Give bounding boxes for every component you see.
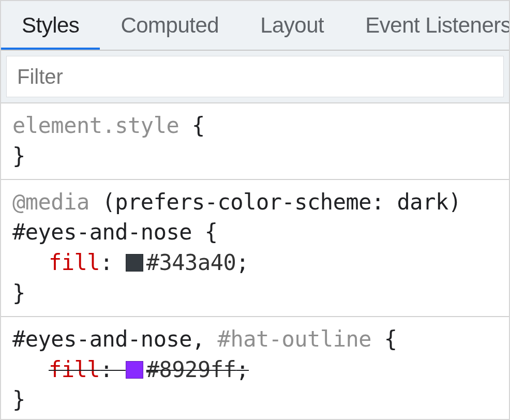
open-brace: {: [371, 326, 397, 352]
devtools-panel: Styles Computed Layout Event Listeners e…: [0, 0, 510, 420]
tab-computed[interactable]: Computed: [100, 1, 239, 50]
selector: #eyes-and-nose: [12, 219, 192, 245]
style-rule[interactable]: element.style { }: [1, 103, 509, 180]
semicolon: ;: [236, 250, 249, 275]
media-line: @media (prefers-color-scheme: dark): [12, 187, 498, 218]
overridden-wrap: fill: #8929ff;: [49, 357, 249, 382]
open-brace: {: [179, 113, 205, 138]
selector-line: #eyes-and-nose {: [12, 217, 498, 248]
selector-line: #eyes-and-nose, #hat-outline {: [12, 324, 498, 355]
tab-event-listeners[interactable]: Event Listeners: [344, 1, 509, 50]
filter-bar: [1, 51, 509, 103]
filter-input[interactable]: [6, 56, 504, 97]
style-rule[interactable]: @media (prefers-color-scheme: dark) #eye…: [1, 180, 509, 317]
color-swatch[interactable]: [126, 361, 143, 379]
close-brace: }: [12, 141, 498, 172]
at-media: @media: [12, 189, 89, 215]
style-rule[interactable]: #eyes-and-nose, #hat-outline { fill: #89…: [1, 317, 509, 420]
declaration[interactable]: fill: #343a40;: [12, 248, 498, 278]
semicolon: ;: [236, 357, 249, 382]
tab-styles[interactable]: Styles: [1, 1, 100, 50]
media-query: (prefers-color-scheme: dark): [89, 189, 461, 215]
selector-inactive: #hat-outline: [218, 326, 371, 352]
colon: :: [100, 250, 126, 275]
selector: #eyes-and-nose: [12, 326, 192, 352]
color-swatch[interactable]: [126, 254, 143, 272]
tab-layout[interactable]: Layout: [239, 1, 344, 50]
declaration[interactable]: fill: #8929ff;: [12, 355, 498, 385]
selector-line: element.style {: [12, 111, 498, 141]
close-brace: }: [12, 278, 498, 309]
styles-rules: element.style { } @media (prefers-color-…: [1, 103, 509, 420]
open-brace: {: [192, 219, 218, 245]
property-name[interactable]: fill: [49, 250, 100, 275]
tabbar: Styles Computed Layout Event Listeners: [1, 1, 509, 51]
property-value[interactable]: #8929ff: [146, 357, 236, 382]
selector-element-style: element.style: [12, 113, 179, 138]
property-name[interactable]: fill: [49, 357, 100, 382]
colon: :: [100, 357, 126, 382]
comma: ,: [192, 326, 218, 352]
close-brace: }: [12, 385, 498, 415]
property-value[interactable]: #343a40: [146, 250, 236, 275]
